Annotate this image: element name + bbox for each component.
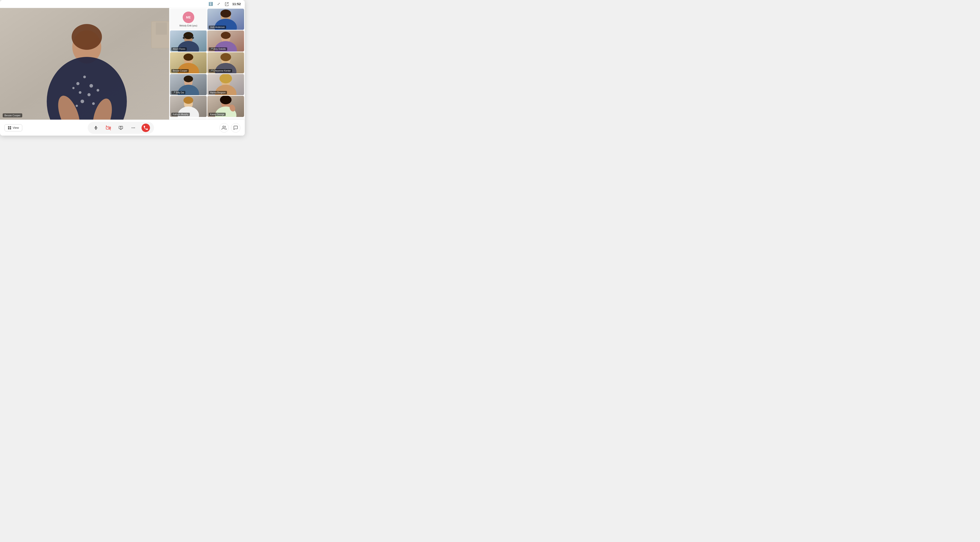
svg-rect-68 [8, 128, 10, 129]
external-icon[interactable] [224, 2, 229, 6]
share-screen-icon [119, 125, 123, 130]
albert-label: Albert Flores [171, 48, 187, 51]
svg-rect-70 [95, 126, 96, 128]
participant-tile-josh[interactable]: Josh Anderson [207, 9, 244, 30]
melody-name: Melody Enki (you) [179, 24, 197, 27]
bottom-bar: View [0, 120, 245, 136]
hanna-label: Hanna Bergson [209, 91, 227, 94]
participant-tile-billy[interactable]: 🎤 Billy Dai [170, 74, 207, 95]
view-button[interactable]: View [5, 124, 22, 132]
kathryn-label: Kathryn Murphy [171, 113, 190, 116]
svg-point-79 [133, 127, 134, 128]
app-container: ℹ️ ⤢ 11:52 [0, 0, 245, 136]
more-button[interactable] [129, 124, 137, 132]
share-button[interactable] [116, 124, 125, 132]
svg-rect-69 [10, 128, 11, 129]
svg-point-81 [223, 126, 224, 127]
chat-button[interactable] [231, 123, 240, 133]
camera-off-icon [106, 125, 111, 130]
chat-icon [233, 125, 238, 130]
svg-rect-66 [8, 126, 10, 128]
shrink-icon[interactable]: ⤢ [216, 2, 221, 6]
main-video-area: Bessie Cooper [0, 8, 169, 120]
participant-tile-kasey[interactable]: Kasey George [207, 96, 244, 117]
main-speaker-video [0, 8, 169, 120]
more-icon [131, 125, 135, 130]
participants-icon [222, 125, 226, 130]
participant-tile-cheyenne2[interactable]: 🎤 Cheyenne Kenter [170, 117, 207, 120]
svg-point-56 [184, 97, 193, 104]
svg-point-33 [192, 37, 194, 39]
cheyenne1-label: 🎤 Cheyenne Kenter [209, 69, 232, 73]
svg-point-78 [132, 127, 132, 128]
participant-tile-amy[interactable]: 🎤 Amy Dokidis [207, 30, 244, 52]
kasey-label: Kasey George [209, 113, 226, 116]
josh-label: Josh Anderson [209, 25, 226, 29]
svg-point-36 [221, 32, 231, 39]
melody-avatar: ME [183, 11, 194, 23]
info-icon[interactable]: ℹ️ [208, 2, 213, 6]
svg-point-52 [220, 74, 232, 83]
svg-point-32 [183, 37, 185, 39]
participants-grid: ME Melody Enki (you) Josh And [169, 8, 245, 120]
billy-label: 🎤 Billy Dai [171, 91, 185, 94]
svg-point-26 [221, 10, 231, 17]
view-grid-icon [8, 126, 11, 130]
participant-tile-albert[interactable]: Albert Flores [170, 30, 207, 52]
bottom-right-buttons [220, 123, 240, 133]
participant-tile-hanna[interactable]: Hanna Bergson [207, 74, 244, 95]
controls-center [88, 122, 154, 134]
svg-point-44 [221, 53, 231, 61]
end-call-icon [143, 125, 148, 130]
svg-rect-67 [10, 126, 11, 128]
participant-tile-phone[interactable]: (345) ***-***5 [207, 117, 244, 120]
svg-point-40 [184, 54, 193, 61]
right-sidebar: ME Melody Enki (you) Josh And [169, 8, 245, 120]
svg-point-80 [134, 127, 135, 128]
participants-button[interactable] [220, 123, 229, 133]
main-content: Bessie Cooper ME Melody Enki (you) [0, 8, 245, 120]
svg-point-48 [184, 76, 193, 82]
main-video-bg [0, 8, 169, 120]
view-label: View [13, 126, 19, 129]
end-call-button[interactable] [142, 124, 150, 132]
top-bar: ℹ️ ⤢ 11:52 [0, 0, 245, 8]
mic-icon [94, 125, 98, 130]
mic-button[interactable] [92, 124, 100, 132]
participant-tile-bessie[interactable]: Bessie Cooper [170, 52, 207, 73]
participant-tile-melody[interactable]: ME Melody Enki (you) [170, 9, 207, 30]
bessie-label: Bessie Cooper [171, 69, 189, 73]
amy-mute-icon: 🎤 [210, 48, 213, 50]
billy-mute-icon: 🎤 [173, 91, 175, 94]
camera-button[interactable] [104, 124, 113, 132]
participant-tile-kathryn[interactable]: Kathryn Murphy [170, 96, 207, 117]
participant-tile-cheyenne1[interactable]: 🎤 Cheyenne Kenter [207, 52, 244, 73]
cheyenne1-mute-icon: 🎤 [210, 70, 213, 72]
main-speaker-label: Bessie Cooper [3, 113, 22, 117]
amy-label: 🎤 Amy Dokidis [209, 48, 227, 51]
clock: 11:52 [232, 2, 241, 6]
